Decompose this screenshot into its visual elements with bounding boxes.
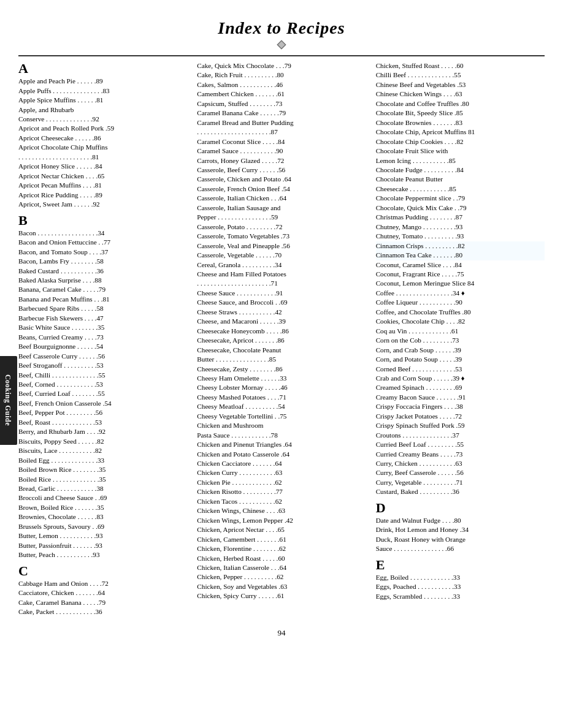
list-item: Chicken Wings, Chinese . . . .63	[197, 506, 366, 515]
list-item: Cinnamon Tea Cake . . . . . . .80	[376, 251, 545, 260]
list-item: Cheese Sauce . . . . . . . . . . . .91	[197, 289, 366, 298]
list-item: Eggs, Scrambled . . . . . . . . .33	[376, 592, 545, 601]
list-item: Chicken, Stuffed Roast . . . . .60	[376, 61, 545, 70]
list-item: Apricot Honey Slice . . . . . .84	[18, 162, 187, 171]
list-item: Chilli Beef . . . . . . . . . . . . . .5…	[376, 70, 545, 80]
list-item: Chicken Cacciatore . . . . . . .64	[197, 459, 366, 468]
list-item: Apricot and Peach Rolled Pork .59	[18, 124, 187, 133]
list-item: Cabbage Ham and Onion . . . .72	[18, 579, 187, 588]
list-item: Biscuits, Poppy Seed . . . . . .82	[18, 437, 187, 446]
page: Cooking Guide Index to Recipes AApple an…	[0, 0, 563, 728]
list-item: Chocolate Bit, Speedy Slice .85	[376, 108, 545, 118]
list-item: Cake, Caramel Banana . . . . .79	[18, 598, 187, 607]
list-item: Boiled Brown Rice . . . . . . . .35	[18, 465, 187, 474]
list-item: Crab and Corn Soup . . . . . .39 ♦	[376, 374, 545, 383]
list-item: Beef, Roast . . . . . . . . . . . . .53	[18, 418, 187, 427]
list-item: Cheese Sauce, and Broccoli . .69	[197, 298, 366, 307]
list-item: Coconut, Fragrant Rice . . . . .75	[376, 270, 545, 279]
list-item: Coffee Liqueur . . . . . . . . . . .90	[376, 298, 545, 307]
index-col-3: Chicken, Stuffed Roast . . . . .60Chilli…	[371, 61, 545, 617]
list-item: Casserole, Italian Chicken . . .64	[197, 194, 366, 203]
list-item: Chicken and Mushroom	[197, 421, 366, 430]
list-item: Bacon, and Tomato Soup . . . .37	[18, 248, 187, 257]
list-item: Chinese Chicken Wings . . . .63	[376, 89, 545, 99]
list-item: Cacciatore, Chicken . . . . . . .64	[18, 588, 187, 597]
list-item: Bacon and Onion Fettuccine . .77	[18, 238, 187, 247]
list-item: Casserole, Italian Sausage and	[197, 203, 366, 213]
list-item: Apricot Chocolate Chip Muffins	[18, 143, 187, 152]
list-item: Chicken, Herbed Roast . . . . .60	[197, 554, 366, 563]
list-item: Beef, Chilli . . . . . . . . . . . . . .…	[18, 371, 187, 380]
list-item: Chicken Risotto . . . . . . . . . .77	[197, 487, 366, 496]
list-item: Basic White Sauce . . . . . . . .35	[18, 323, 187, 332]
list-item: Butter, Lemon . . . . . . . . . . .93	[18, 531, 187, 540]
list-item: . . . . . . . . . . . . . . . . . . . . …	[18, 153, 187, 162]
section-letter-char: B	[18, 213, 28, 228]
list-item: Barbecued Spare Ribs . . . . .58	[18, 304, 187, 313]
list-item: Eggs, Poached . . . . . . . . . . .33	[376, 582, 545, 591]
list-item: Conserve . . . . . . . . . . . . . .92	[18, 115, 187, 124]
list-item: Casserole, French Onion Beef .54	[197, 184, 366, 194]
list-item: Brownies, Chocolate . . . . . .83	[18, 512, 187, 521]
list-item: Pasta Sauce . . . . . . . . . . . .78	[197, 431, 366, 440]
list-item: Cereal, Granola . . . . . . . . . .34	[197, 260, 366, 270]
list-item: Apricot, Sweet Jam . . . . . .92	[18, 200, 187, 209]
list-item: Beef, Corned . . . . . . . . . . . .53	[18, 380, 187, 389]
list-item: Custard, Baked . . . . . . . . . .36	[376, 487, 545, 496]
list-item: Chocolate Fudge . . . . . . . . . .84	[376, 165, 545, 175]
list-item: Caramel Sauce . . . . . . . . . . .90	[197, 146, 366, 156]
list-item: Corn, and Crab Soup . . . . . .39	[376, 346, 545, 355]
list-item: Casserole, Tomato Vegetables .73	[197, 232, 366, 241]
list-item: Cheesecake, Zesty . . . . . . . .86	[197, 365, 366, 374]
list-item: Christmas Pudding . . . . . . . .87	[376, 213, 545, 222]
list-item: Chocolate Fruit Slice with	[376, 146, 545, 156]
list-item: Chicken and Potato Casserole .64	[197, 450, 366, 459]
list-item: Cheesecake Honeycomb . . . . .86	[197, 327, 366, 336]
list-item: Casserole, Chicken and Potato .64	[197, 175, 366, 184]
list-item: Chicken, Italian Casserole . . .64	[197, 563, 366, 572]
list-item: Sauce . . . . . . . . . . . . . . . .66	[376, 544, 545, 553]
list-item: Cheesy Mashed Potatoes . . . .71	[197, 393, 366, 402]
list-item: Chicken, Florentine . . . . . . . .62	[197, 544, 366, 553]
list-item: Banana, Caramel Cake . . . . .79	[18, 285, 187, 294]
list-item: Coffee . . . . . . . . . . . . . . . . .…	[376, 289, 545, 298]
list-item: Apple and Peach Pie . . . . . .89	[18, 77, 187, 86]
list-item: Caramel Bread and Butter Pudding	[197, 118, 366, 127]
list-item: Cheesy Vegetable Tortellini . .75	[197, 412, 366, 421]
list-item: Chocolate Chip, Apricot Muffins 81	[376, 127, 545, 137]
list-item: Beef, French Onion Casserole .54	[18, 399, 187, 408]
list-item: Butter . . . . . . . . . . . . . . . .85	[197, 355, 366, 364]
list-item: Apple, and Rhubarb	[18, 105, 187, 115]
list-item: Cheese and Ham Filled Potatoes	[197, 270, 366, 279]
list-item: Cheesecake . . . . . . . . . . . .85	[376, 184, 545, 194]
list-item: Chocolate Chip Cookies . . . .82	[376, 137, 545, 146]
list-item: Cakes, Salmon . . . . . . . . . . .46	[197, 80, 366, 89]
list-item: Chicken Pie . . . . . . . . . . . . .62	[197, 478, 366, 487]
list-item: Cheese, and Macaroni . . . . . .39	[197, 317, 366, 326]
list-item: Chicken, Camembert . . . . . . .61	[197, 535, 366, 544]
list-item: Cheese Straws . . . . . . . . . . .42	[197, 308, 366, 317]
list-item: Apricot Rice Pudding . . . . .89	[18, 191, 187, 200]
list-item: Pepper . . . . . . . . . . . . . . . .59	[197, 213, 366, 222]
list-item: Corned Beef . . . . . . . . . . . . .53	[376, 365, 545, 374]
list-item: Camembert Chicken . . . . . . .61	[197, 89, 366, 99]
list-item: Chicken, Soy and Vegetables .63	[197, 582, 366, 591]
list-item: Drink, Hot Lemon and Honey .34	[376, 525, 545, 534]
list-item: Apple Spice Muffins . . . . . .81	[18, 96, 187, 105]
list-item: Chicken Curry . . . . . . . . . . .63	[197, 468, 366, 477]
section-letter-char: C	[18, 564, 28, 578]
section-letter-c: C	[18, 564, 187, 579]
list-item: Bread, Garlic . . . . . . . . . . . .38	[18, 484, 187, 493]
list-item: Chocolate and Coffee Truffles .80	[376, 99, 545, 108]
list-item: Cheesy Lobster Mornay . . . . .46	[197, 383, 366, 392]
list-item: Baked Custard . . . . . . . . . . .36	[18, 267, 187, 276]
list-item: Boiled Egg . . . . . . . . . . . . . .33	[18, 456, 187, 465]
list-item: Corn, and Potato Soup . . . . .39	[376, 355, 545, 364]
list-item: Cake, Packet . . . . . . . . . . . .36	[18, 607, 187, 616]
section-letter-b: B	[18, 213, 187, 229]
list-item: Butter, Peach . . . . . . . . . . .93	[18, 550, 187, 559]
list-item: Chicken, Pepper . . . . . . . . . .62	[197, 572, 366, 582]
list-item: Chutney, Mango . . . . . . . . . .93	[376, 222, 545, 232]
list-item: Cinnamon Crisps . . . . . . . . . .82	[376, 241, 545, 251]
list-item: Biscuits, Lace . . . . . . . . . . .82	[18, 446, 187, 455]
